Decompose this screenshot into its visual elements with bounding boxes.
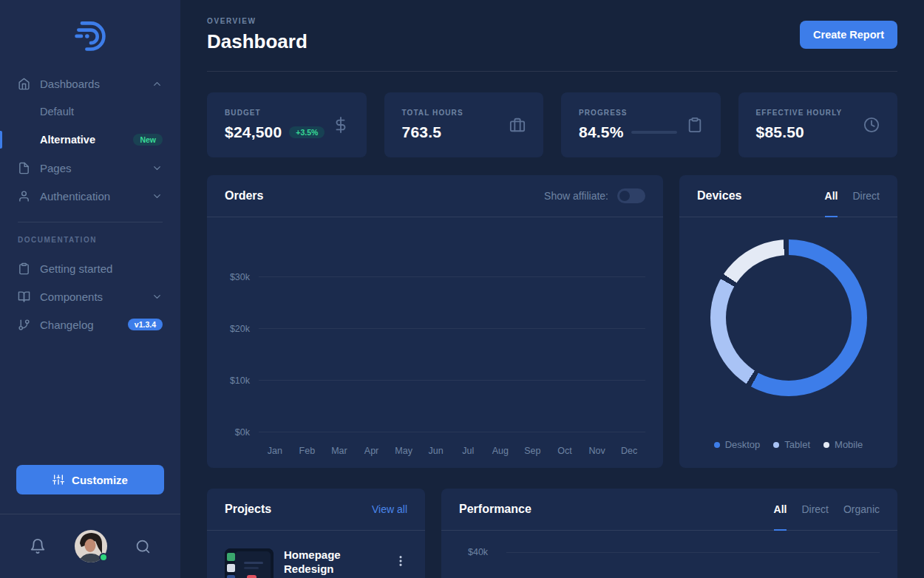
home-icon bbox=[18, 78, 30, 90]
legend-dot bbox=[823, 442, 829, 448]
performance-chart: $40k bbox=[441, 531, 897, 578]
tab-all[interactable]: All bbox=[825, 175, 838, 217]
progress-bar bbox=[631, 131, 677, 134]
legend-dot bbox=[773, 442, 779, 448]
clock-icon bbox=[863, 117, 880, 133]
search-button[interactable] bbox=[135, 539, 151, 554]
clipboard-icon bbox=[687, 117, 703, 133]
sidebar-doc-nav: Getting started Components Changelog v1.… bbox=[0, 248, 180, 339]
customize-button[interactable]: Customize bbox=[16, 465, 164, 494]
sidebar-item-label: Changelog bbox=[40, 319, 118, 331]
page-header: OVERVIEW Dashboard Create Report bbox=[207, 0, 897, 72]
x-tick-label: Jan bbox=[259, 446, 291, 456]
projects-card: Projects View all bbox=[207, 489, 425, 578]
book-icon bbox=[18, 290, 30, 303]
stat-value: 84.5% bbox=[579, 123, 624, 141]
x-tick-label: Jul bbox=[452, 446, 484, 456]
stat-card-progress: PROGRESS 84.5% bbox=[561, 92, 721, 157]
x-tick-label: Mar bbox=[323, 446, 356, 456]
chevron-down-icon bbox=[152, 191, 163, 202]
sidebar-footer bbox=[0, 514, 180, 578]
customize-button-label: Customize bbox=[72, 474, 128, 486]
file-icon bbox=[18, 162, 30, 174]
projects-card-title: Projects bbox=[225, 503, 271, 516]
sidebar-item-label: Authentication bbox=[40, 190, 137, 203]
sidebar-item-authentication[interactable]: Authentication bbox=[18, 182, 163, 210]
user-icon bbox=[18, 190, 30, 203]
sliders-icon bbox=[52, 474, 64, 486]
stat-card-total-hours: TOTAL HOURS 763.5 bbox=[384, 92, 544, 157]
page-pretitle: OVERVIEW bbox=[207, 17, 308, 25]
devices-donut-chart bbox=[710, 239, 867, 396]
app-logo[interactable] bbox=[0, 0, 180, 64]
y-tick-label: $20k bbox=[230, 324, 250, 334]
view-all-link[interactable]: View all bbox=[372, 503, 407, 515]
stat-label: PROGRESS bbox=[579, 109, 677, 117]
project-menu-button[interactable] bbox=[394, 548, 407, 578]
tab-direct[interactable]: Direct bbox=[852, 175, 880, 217]
sidebar-item-pages[interactable]: Pages bbox=[18, 154, 163, 182]
x-tick-label: Oct bbox=[548, 446, 581, 456]
stat-card-budget: BUDGET $24,500 +3.5% bbox=[207, 92, 367, 157]
orders-card-title: Orders bbox=[225, 189, 263, 203]
toggle-knob bbox=[619, 191, 630, 201]
x-tick-label: Sep bbox=[517, 446, 549, 456]
sidebar-item-label: Alternative bbox=[40, 134, 123, 146]
stats-row: BUDGET $24,500 +3.5% TOTAL HOURS 763.5 P… bbox=[207, 92, 897, 157]
stat-value: 763.5 bbox=[402, 123, 442, 141]
sidebar-item-label: Getting started bbox=[40, 262, 163, 275]
brand-mark-icon bbox=[72, 18, 108, 53]
devices-card: Devices AllDirect Desktop Tablet Mobile bbox=[679, 175, 897, 468]
stat-label: BUDGET bbox=[225, 109, 325, 117]
chevron-down-icon bbox=[152, 291, 163, 302]
x-tick-label: May bbox=[387, 446, 420, 456]
orders-x-axis: JanFebMarAprMayJunJulAugSepOctNovDec bbox=[259, 432, 645, 458]
x-tick-label: Apr bbox=[356, 446, 388, 456]
orders-bars bbox=[259, 246, 645, 432]
tab-direct[interactable]: Direct bbox=[801, 489, 829, 531]
online-status-dot bbox=[99, 553, 108, 562]
notifications-button[interactable] bbox=[30, 538, 46, 554]
x-tick-label: Jun bbox=[420, 446, 452, 456]
tab-all[interactable]: All bbox=[774, 489, 787, 531]
orders-card: Orders Show affiliate: $0k$10k$20k$30k J… bbox=[207, 175, 663, 468]
sidebar-item-changelog[interactable]: Changelog v1.3.4 bbox=[18, 310, 163, 339]
bottom-row: Projects View all bbox=[207, 489, 897, 578]
project-list-item[interactable]: Homepage Redesign bbox=[225, 548, 407, 578]
show-affiliate-label: Show affiliate: bbox=[544, 190, 608, 202]
performance-card: Performance AllDirectOrganic $40k bbox=[441, 489, 897, 578]
clipboard-icon bbox=[18, 262, 30, 275]
sidebar-item-components[interactable]: Components bbox=[18, 282, 163, 310]
legend-item-tablet[interactable]: Tablet bbox=[773, 439, 810, 450]
legend-item-desktop[interactable]: Desktop bbox=[714, 439, 761, 450]
project-thumbnail bbox=[225, 548, 274, 578]
orders-chart: $0k$10k$20k$30k JanFebMarAprMayJunJulAug… bbox=[207, 217, 663, 468]
orders-y-axis: $0k$10k$20k$30k bbox=[225, 246, 259, 432]
page-title: Dashboard bbox=[207, 30, 308, 53]
devices-tabs: AllDirect bbox=[825, 175, 880, 217]
main-content: OVERVIEW Dashboard Create Report BUDGET … bbox=[180, 0, 924, 578]
performance-gridline bbox=[506, 552, 880, 553]
middle-row: Orders Show affiliate: $0k$10k$20k$30k J… bbox=[207, 175, 897, 468]
create-report-button[interactable]: Create Report bbox=[800, 21, 897, 49]
bell-icon bbox=[30, 538, 46, 554]
performance-tabs: AllDirectOrganic bbox=[774, 489, 880, 530]
legend-label: Tablet bbox=[784, 439, 810, 450]
search-icon bbox=[135, 539, 151, 554]
project-title: Homepage Redesign bbox=[284, 548, 367, 578]
chevron-down-icon bbox=[152, 163, 163, 174]
sidebar-item-default[interactable]: Default bbox=[18, 98, 163, 126]
x-tick-label: Dec bbox=[613, 446, 645, 456]
chevron-up-icon bbox=[152, 78, 163, 89]
sidebar-item-label: Pages bbox=[40, 162, 137, 174]
performance-card-title: Performance bbox=[459, 503, 531, 516]
show-affiliate-toggle[interactable] bbox=[617, 188, 645, 203]
sidebar-item-getting-started[interactable]: Getting started bbox=[18, 254, 163, 282]
tab-organic[interactable]: Organic bbox=[843, 489, 880, 531]
legend-item-mobile[interactable]: Mobile bbox=[823, 439, 863, 450]
sidebar-item-dashboards[interactable]: Dashboards bbox=[18, 69, 163, 98]
legend-dot bbox=[714, 442, 720, 448]
orders-plot bbox=[259, 246, 645, 432]
sidebar-item-alternative[interactable]: Alternative New bbox=[18, 126, 163, 154]
user-avatar[interactable] bbox=[75, 530, 107, 562]
